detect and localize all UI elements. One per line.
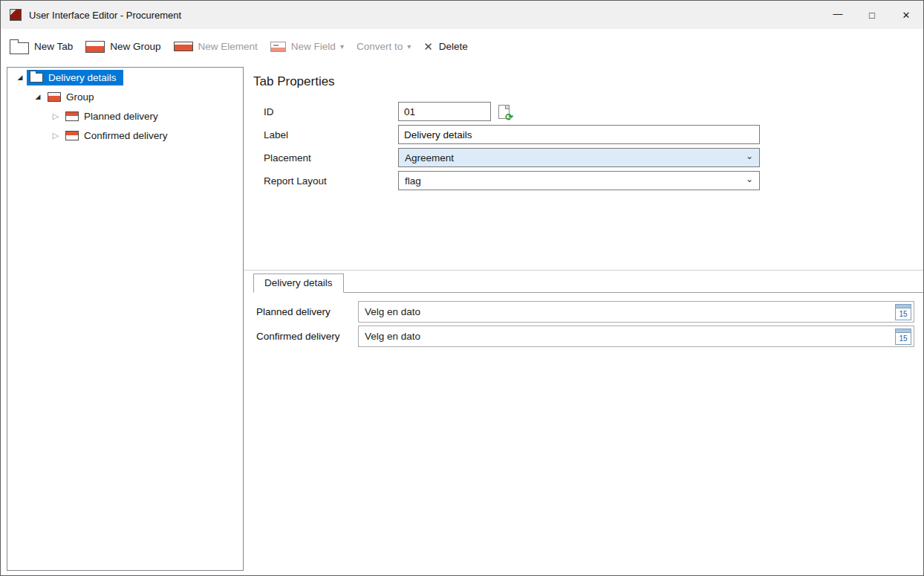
minimize-button[interactable]: — xyxy=(821,1,855,29)
new-element-label: New Element xyxy=(198,41,258,52)
app-window: User Interface Editor - Procurement — □ … xyxy=(0,0,924,576)
placement-row: Placement Agreement ⌄ xyxy=(264,148,923,167)
window-controls: — □ ✕ xyxy=(821,1,923,29)
new-tab-button[interactable]: New Tab xyxy=(10,39,73,54)
expander-collapsed-icon[interactable]: ▷ xyxy=(49,131,62,140)
placement-select[interactable]: Agreement ⌄ xyxy=(398,148,760,167)
expander-collapsed-icon[interactable]: ▷ xyxy=(49,111,62,121)
tree-item-label: Delivery details xyxy=(48,72,117,83)
convert-to-dropdown-icon: ▾ xyxy=(407,42,411,51)
element-node-icon xyxy=(65,111,79,121)
placement-label: Placement xyxy=(264,152,398,164)
new-field-label: New Field xyxy=(291,41,336,52)
tree-node[interactable]: Group xyxy=(45,89,101,105)
planned-delivery-input[interactable] xyxy=(359,306,895,317)
label-label: Label xyxy=(264,129,398,140)
planned-delivery-label: Planned delivery xyxy=(256,306,358,317)
tab-node-icon xyxy=(30,73,43,82)
tab-properties-section: Tab Properties ID ⟳ Label Placement xyxy=(244,64,923,270)
regenerate-id-button[interactable]: ⟳ xyxy=(494,102,513,121)
close-icon: ✕ xyxy=(902,10,911,21)
id-label: ID xyxy=(264,106,398,117)
tree-node[interactable]: Confirmed delivery xyxy=(62,128,175,143)
tree-item-confirmed-delivery[interactable]: ▷ Confirmed delivery xyxy=(7,126,243,145)
calendar-day: 15 xyxy=(896,308,911,320)
convert-to-label: Convert to xyxy=(357,41,403,52)
tree-item-label: Group xyxy=(66,91,94,103)
calendar-icon[interactable]: 15 xyxy=(895,329,911,345)
titlebar: User Interface Editor - Procurement — □ … xyxy=(1,1,923,29)
id-row: ID ⟳ xyxy=(264,102,923,121)
new-element-button[interactable]: New Element xyxy=(174,41,258,52)
new-group-icon xyxy=(85,41,105,53)
tree-node[interactable]: Planned delivery xyxy=(62,109,165,124)
report-layout-select[interactable]: flag ⌄ xyxy=(398,171,760,190)
preview-form: Planned delivery 15 Confirmed delivery xyxy=(253,293,923,350)
planned-delivery-row: Planned delivery 15 xyxy=(256,301,914,323)
convert-to-button[interactable]: Convert to ▾ xyxy=(357,41,411,52)
structure-tree: ◢ Delivery details ◢ Group ▷ Planned del… xyxy=(7,67,244,571)
chevron-down-icon: ⌄ xyxy=(746,174,753,184)
new-element-icon xyxy=(174,42,193,51)
confirmed-delivery-label: Confirmed delivery xyxy=(256,331,358,342)
new-tab-label: New Tab xyxy=(34,41,73,52)
preview-tabstrip: Delivery details xyxy=(253,271,923,293)
toolbar: New Tab New Group New Element New Field … xyxy=(1,29,923,64)
placement-selected-value: Agreement xyxy=(405,152,454,164)
calendar-day: 15 xyxy=(896,333,911,344)
chevron-down-icon: ⌄ xyxy=(746,151,753,161)
label-input[interactable] xyxy=(398,125,760,144)
tree-item-delivery-details[interactable]: ◢ Delivery details xyxy=(7,68,243,87)
tab-delivery-details[interactable]: Delivery details xyxy=(253,274,344,293)
tree-item-planned-delivery[interactable]: ▷ Planned delivery xyxy=(7,106,243,126)
new-group-button[interactable]: New Group xyxy=(85,41,160,53)
tree-item-group[interactable]: ◢ Group xyxy=(7,87,243,106)
new-group-label: New Group xyxy=(110,41,160,52)
group-node-icon xyxy=(48,92,61,102)
new-field-icon xyxy=(270,42,286,52)
id-input[interactable] xyxy=(398,102,491,121)
new-field-dropdown-icon: ▾ xyxy=(340,42,344,51)
delete-button[interactable]: ✕ Delete xyxy=(423,40,468,54)
main-content: ◢ Delivery details ◢ Group ▷ Planned del… xyxy=(1,64,923,575)
tree-item-label: Planned delivery xyxy=(84,111,158,122)
new-tab-icon xyxy=(10,42,29,54)
delete-label: Delete xyxy=(439,41,468,52)
expander-expanded-icon[interactable]: ◢ xyxy=(13,74,27,81)
confirmed-delivery-datefield: 15 xyxy=(358,326,914,347)
report-layout-row: Report Layout flag ⌄ xyxy=(264,171,923,190)
maximize-button[interactable]: □ xyxy=(855,1,889,29)
section-title: Tab Properties xyxy=(253,74,923,89)
confirmed-delivery-input[interactable] xyxy=(359,331,895,342)
refresh-icon: ⟳ xyxy=(505,112,513,122)
confirmed-delivery-row: Confirmed delivery 15 xyxy=(256,326,914,347)
right-panel: Tab Properties ID ⟳ Label Placement xyxy=(244,64,923,575)
planned-delivery-datefield: 15 xyxy=(358,301,914,323)
expander-expanded-icon[interactable]: ◢ xyxy=(31,93,45,100)
delete-icon: ✕ xyxy=(423,40,433,54)
close-button[interactable]: ✕ xyxy=(889,1,923,29)
new-field-button[interactable]: New Field ▾ xyxy=(270,41,344,52)
report-layout-selected-value: flag xyxy=(405,175,421,187)
maximize-icon: □ xyxy=(869,10,875,21)
preview-section: Delivery details Planned delivery 15 xyxy=(244,271,923,575)
app-icon xyxy=(10,9,22,21)
window-title: User Interface Editor - Procurement xyxy=(29,10,181,21)
element-node-icon xyxy=(65,131,79,140)
calendar-icon[interactable]: 15 xyxy=(895,304,911,320)
tree-node-selected[interactable]: Delivery details xyxy=(27,70,123,85)
report-layout-label: Report Layout xyxy=(264,175,398,187)
tree-item-label: Confirmed delivery xyxy=(84,130,168,141)
label-row: Label xyxy=(264,125,923,144)
minimize-icon: — xyxy=(833,8,843,19)
